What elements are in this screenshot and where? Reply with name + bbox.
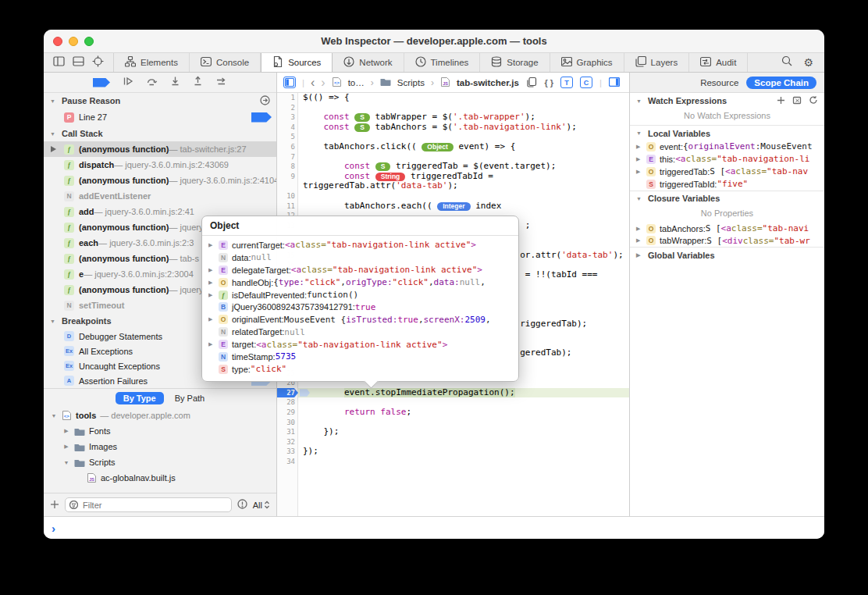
quick-console[interactable]: ›	[44, 516, 824, 539]
scope-filter-dropdown[interactable]: All	[253, 501, 270, 510]
tab-scope-chain[interactable]: Scope Chain	[746, 77, 816, 89]
line-number[interactable]: 31	[277, 427, 298, 437]
disclosure-triangle-icon[interactable]: ▶	[62, 444, 70, 450]
inspect-element-icon[interactable]	[92, 55, 104, 70]
tab-network[interactable]: Network	[333, 53, 404, 72]
code-line[interactable]: 3 const S tabWrapper = $('.tab-wrapper')…	[277, 112, 629, 123]
line-number[interactable]	[277, 181, 298, 191]
object-property-row[interactable]: ▶EcurrentTarget: <a class="tab-navigatio…	[208, 239, 512, 251]
resource-tree-item-fonts[interactable]: ▶Fonts	[44, 423, 276, 439]
tab-layers[interactable]: Layers	[624, 53, 690, 72]
line-number[interactable]: 27	[277, 388, 298, 398]
disclosure-triangle-icon[interactable]: ▶	[208, 292, 219, 298]
code-line[interactable]: 11 tabAnchors.each(( Integer index	[277, 201, 629, 212]
goto-pause-icon[interactable]	[260, 95, 270, 107]
dock-side-icon[interactable]	[53, 55, 65, 69]
add-watch-icon[interactable]	[777, 96, 785, 106]
disclosure-triangle-icon[interactable]: ▶	[208, 280, 219, 286]
code-line[interactable]: 9 const String triggeredTabId =	[277, 172, 629, 182]
disclosure-triangle-icon[interactable]: ▶	[636, 237, 646, 244]
code-line[interactable]: 29 return false;	[277, 408, 629, 418]
dock-bottom-icon[interactable]	[73, 55, 84, 69]
code-line[interactable]: 31 });	[277, 427, 629, 437]
disclosure-triangle-icon[interactable]: ▶	[208, 267, 219, 273]
step-into-icon[interactable]	[170, 76, 180, 90]
call-stack-header[interactable]: ▼ Call Stack	[44, 126, 276, 141]
pause-reason-header[interactable]: ▼ Pause Reason	[44, 93, 276, 109]
tab-storage[interactable]: Storage	[480, 53, 550, 72]
line-number[interactable]: 30	[277, 418, 298, 428]
local-variable-row[interactable]: ▶OtriggeredTab: S [<a class="tab-nav	[630, 166, 824, 178]
forward-button[interactable]: ›	[321, 77, 325, 89]
toggle-left-sidebar-icon[interactable]	[283, 77, 296, 88]
line-number[interactable]: 5	[277, 132, 298, 142]
object-property-row[interactable]: NtimeStamp: 5735	[208, 351, 512, 363]
disclosure-triangle-icon[interactable]: ▼	[50, 413, 58, 419]
disclosure-triangle-icon[interactable]: ▶	[208, 242, 219, 248]
by-type-button[interactable]: By Type	[116, 392, 164, 404]
tab-elements[interactable]: Elements	[114, 53, 190, 72]
disclosure-triangle-icon[interactable]: ▶	[62, 428, 70, 434]
line-number[interactable]: 2	[277, 103, 298, 113]
line-number[interactable]: 3	[277, 112, 298, 123]
closure-variable-row[interactable]: ▶OtabAnchors: S [<a class="tab-navi	[630, 223, 824, 235]
object-property-row[interactable]: Ndata: null	[208, 251, 512, 264]
code-line[interactable]: 30	[277, 418, 629, 428]
global-variables-header[interactable]: ▶ Global Variables	[630, 247, 824, 262]
disclosure-triangle-icon[interactable]: ▶	[208, 316, 219, 322]
line-number[interactable]: 32	[277, 437, 298, 447]
line-number[interactable]: 9	[277, 172, 298, 182]
line-number[interactable]: 6	[277, 142, 298, 152]
settings-gear-icon[interactable]: ⚙	[803, 57, 813, 68]
tab-graphics[interactable]: Graphics	[550, 53, 624, 72]
copy-icon[interactable]	[526, 77, 537, 89]
pause-reason-row[interactable]: P Line 27	[44, 109, 276, 126]
filter-input[interactable]	[81, 500, 227, 511]
disclosure-triangle-icon[interactable]: ▶	[208, 341, 219, 347]
code-line[interactable]: 5	[277, 132, 629, 142]
breadcrumb-file[interactable]: tab-switcher.js	[457, 78, 519, 87]
refresh-watch-icon[interactable]	[809, 95, 818, 106]
line-number[interactable]: 11	[277, 201, 298, 212]
code-coverage-icon[interactable]: C	[580, 77, 592, 88]
breakpoint-flag-icon[interactable]	[251, 112, 272, 123]
object-property-row[interactable]: Stype: "click"	[208, 363, 512, 376]
toggle-right-sidebar-icon[interactable]	[609, 77, 620, 88]
line-number[interactable]: 28	[277, 397, 298, 408]
step-expression-icon[interactable]	[123, 76, 133, 90]
local-variable-row[interactable]: ▶Oevent: {originalEvent: MouseEvent	[630, 141, 824, 153]
add-breakpoint-icon[interactable]	[50, 498, 59, 512]
line-number[interactable]: 10	[277, 191, 298, 201]
code-line[interactable]: 2	[277, 103, 629, 113]
local-variables-header[interactable]: ▼ Local Variables	[630, 125, 824, 141]
code-line[interactable]: 32	[277, 437, 629, 447]
code-line[interactable]: 10	[277, 191, 629, 201]
line-number[interactable]: 8	[277, 162, 298, 172]
disclosure-triangle-icon[interactable]: ▶	[636, 169, 646, 175]
continue-button[interactable]	[93, 78, 110, 87]
call-stack-frame[interactable]: f(anonymous function) — tab-switcher.js:…	[44, 141, 276, 157]
object-property-row[interactable]: ▶fisDefaultPrevented: function()	[208, 289, 512, 301]
pretty-print-icon[interactable]: { }	[544, 78, 553, 87]
breadcrumb-page[interactable]: to…	[348, 78, 365, 87]
local-variable-row[interactable]: StriggeredTabId: "five"	[630, 178, 824, 191]
code-line[interactable]: 8 const S triggeredTab = $(event.target)…	[277, 162, 629, 172]
tab-audit[interactable]: Audit	[689, 53, 748, 72]
type-profiler-icon[interactable]: T	[560, 77, 573, 88]
resource-tree-item-scripts[interactable]: ▼Scripts	[44, 454, 276, 470]
disclosure-triangle-icon[interactable]: ▶	[636, 156, 646, 162]
disclosure-triangle-icon[interactable]: ▼	[62, 460, 70, 465]
object-property-row[interactable]: BjQuery36008924375739412791: true	[208, 301, 512, 313]
call-stack-frame[interactable]: f(anonymous function) — jquery-3.6.0.min…	[44, 173, 276, 188]
code-line[interactable]: 6 tabAnchors.click(( Object event) => {	[277, 142, 629, 152]
object-property-row[interactable]: ▶OoriginalEvent: MouseEvent {isTrusted: …	[208, 313, 512, 326]
tab-console[interactable]: Console	[190, 53, 261, 72]
call-stack-frame[interactable]: NaddEventListener	[44, 188, 276, 204]
code-line[interactable]: triggeredTab.attr('data-tab');	[277, 181, 629, 191]
line-number[interactable]: 4	[277, 123, 298, 133]
disclosure-triangle-icon[interactable]: ▶	[636, 226, 646, 232]
tab-timelines[interactable]: Timelines	[404, 53, 481, 72]
object-property-row[interactable]: ▶Etarget: <a class="tab-navigation-link …	[208, 338, 512, 351]
code-line[interactable]: 1$(() => {	[277, 93, 629, 103]
line-number[interactable]: 34	[277, 457, 298, 467]
